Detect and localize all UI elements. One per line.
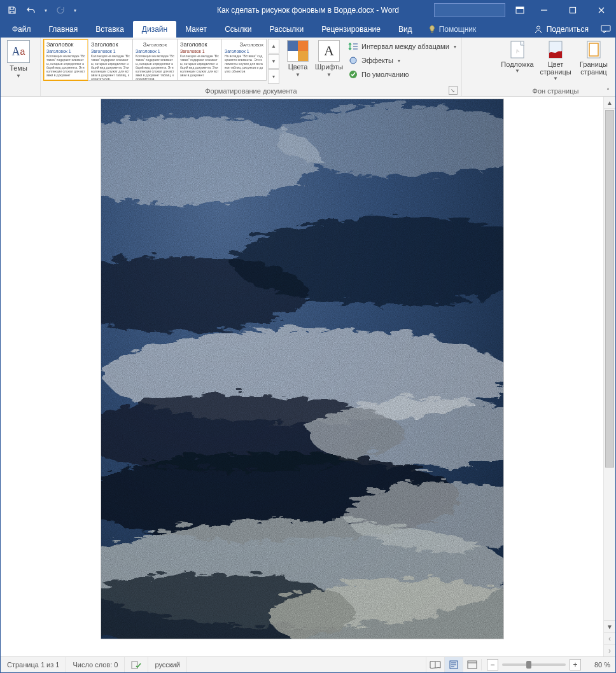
chevron-down-icon: ▼ [295, 72, 300, 78]
watermark-icon: A [507, 40, 528, 60]
scroll-down[interactable]: ▼ [604, 620, 615, 632]
minimize-button[interactable] [529, 1, 558, 20]
vertical-scrollbar[interactable]: ▲ ▼ ‹ › [603, 97, 615, 656]
page-background-image [101, 99, 503, 639]
style-set-item[interactable]: Заголовок Заголовок 1 Коллекции на вклад… [88, 39, 133, 81]
scroll-track[interactable] [604, 109, 615, 620]
zoom-out-button[interactable]: − [487, 659, 498, 670]
chevron-down-icon: ▼ [16, 73, 21, 79]
tell-me[interactable]: Помощник [421, 21, 483, 38]
style-set-item[interactable]: Заголовок Заголовок 1 Коллекция на вклад… [43, 39, 88, 81]
tab-file[interactable]: Файл [3, 21, 40, 38]
close-icon [598, 6, 605, 14]
fonts-button[interactable]: A Шрифты ▼ [312, 39, 346, 78]
tab-home[interactable]: Главная [40, 21, 87, 38]
user-account-box[interactable] [434, 3, 505, 17]
watermark-button[interactable]: A Подложка ▼ [498, 39, 536, 74]
undo-icon [26, 6, 36, 15]
close-button[interactable] [587, 1, 615, 20]
read-mode-icon [430, 660, 441, 669]
effects-button[interactable]: Эффекты▾ [346, 54, 459, 67]
page-number-status[interactable]: Страница 1 из 1 [1, 657, 66, 672]
svg-point-3 [536, 26, 540, 29]
effects-icon [348, 55, 358, 66]
chevron-down-icon: ▾ [398, 58, 400, 64]
group-label-document-formatting: Форматирование документа ↘ [43, 87, 459, 96]
view-print-layout[interactable] [444, 657, 463, 672]
ribbon-display-icon [515, 6, 524, 14]
set-as-default-button[interactable]: По умолчанию [346, 68, 459, 81]
tab-references[interactable]: Ссылки [216, 21, 260, 38]
style-set-item[interactable]: Заголовок Заголовок 1 Коллекции на вклад… [177, 39, 222, 81]
window-controls [434, 1, 615, 20]
view-read-mode[interactable] [426, 657, 444, 672]
lightbulb-icon [428, 25, 437, 34]
style-set-item[interactable]: Заголовок Заголовок 1 На вкладке "Вставк… [221, 39, 267, 81]
zoom-in-button[interactable]: + [570, 659, 581, 670]
tab-insert[interactable]: Вставка [87, 21, 133, 38]
document-name: Как сделать рисунок фоновым в Ворде.docx [217, 6, 374, 15]
comments-icon [601, 25, 611, 34]
zoom-slider[interactable] [502, 663, 566, 666]
undo-dropdown[interactable]: ▾ [43, 8, 49, 13]
page-borders-icon [584, 40, 604, 60]
quick-access-toolbar: ▾ ▾ [1, 3, 78, 18]
scroll-thumb[interactable] [605, 110, 614, 468]
share-person-icon [534, 25, 543, 34]
ribbon-display-options[interactable] [510, 1, 529, 20]
style-set-item[interactable]: Заголовок Заголовок 1 Коллекции на вклад… [132, 39, 178, 81]
app-window: ▾ ▾ Как сделать рисунок фоновым в Ворде.… [0, 0, 616, 673]
undo-button[interactable] [24, 3, 39, 18]
scroll-up[interactable]: ▲ [604, 97, 615, 109]
proofing-icon [131, 660, 141, 669]
qat-customize[interactable]: ▾ [72, 8, 78, 13]
status-bar: Страница 1 из 1 Число слов: 0 русский − … [1, 656, 615, 672]
paragraph-spacing-icon [348, 41, 358, 52]
document-area[interactable] [1, 97, 603, 656]
page-color-button[interactable]: Цвет страницы ▼ [536, 39, 575, 81]
svg-rect-26 [132, 662, 137, 669]
page-borders-button[interactable]: Границы страниц [575, 39, 613, 76]
dialog-launcher[interactable]: ↘ [449, 86, 458, 95]
gallery-more[interactable]: ▾ [268, 69, 279, 84]
zoom-slider-thumb[interactable] [526, 661, 531, 669]
redo-button[interactable] [53, 3, 68, 18]
tab-layout[interactable]: Макет [176, 21, 216, 38]
object-browse-up[interactable]: ‹ [604, 632, 615, 644]
group-page-background: A Подложка ▼ Цвет страницы ▼ Границы стр… [496, 38, 615, 96]
themes-button[interactable]: Aa Темы ▼ [3, 39, 34, 79]
document-page [101, 99, 503, 639]
svg-rect-4 [601, 25, 610, 31]
svg-point-5 [350, 57, 356, 64]
ribbon-tabs: Файл Главная Вставка Дизайн Макет Ссылки… [1, 20, 615, 38]
chevron-down-icon: ▼ [553, 76, 558, 81]
paragraph-spacing-button[interactable]: Интервал между абзацами▾ [346, 40, 459, 53]
collapse-ribbon-button[interactable]: ˄ [603, 86, 613, 95]
save-button[interactable] [4, 3, 20, 18]
object-browse-down[interactable]: › [604, 644, 615, 656]
ribbon: Aa Темы ▼ Заголовок Заголовок 1 Коллекци… [1, 38, 615, 97]
group-themes: Aa Темы ▼ [1, 38, 41, 96]
comments-pane-button[interactable] [596, 21, 615, 38]
style-set-gallery[interactable]: Заголовок Заголовок 1 Коллекция на вклад… [43, 39, 279, 85]
share-button[interactable]: Поделиться [526, 21, 596, 38]
tab-review[interactable]: Рецензирование [312, 21, 389, 38]
spellcheck-status[interactable] [125, 657, 148, 672]
zoom-controls: − + 80 % [481, 659, 615, 670]
gallery-down[interactable]: ▼ [268, 54, 279, 69]
colors-button[interactable]: Цвета ▼ [283, 39, 312, 78]
chevron-down-icon: ▾ [454, 44, 456, 50]
tab-design[interactable]: Дизайн [133, 21, 176, 38]
app-name: Word [381, 6, 399, 15]
language-status[interactable]: русский [148, 657, 186, 672]
gallery-scroll: ▲ ▼ ▾ [268, 39, 279, 85]
gallery-up[interactable]: ▲ [268, 39, 279, 53]
tab-mailings[interactable]: Рассылки [260, 21, 312, 38]
tab-view[interactable]: Вид [389, 21, 421, 38]
group-document-formatting: Заголовок Заголовок 1 Коллекция на вклад… [41, 38, 462, 96]
maximize-button[interactable] [558, 1, 587, 20]
page-color-icon [545, 40, 566, 60]
word-count-status[interactable]: Число слов: 0 [66, 657, 125, 672]
view-web-layout[interactable] [463, 657, 481, 672]
zoom-level[interactable]: 80 % [585, 661, 610, 669]
